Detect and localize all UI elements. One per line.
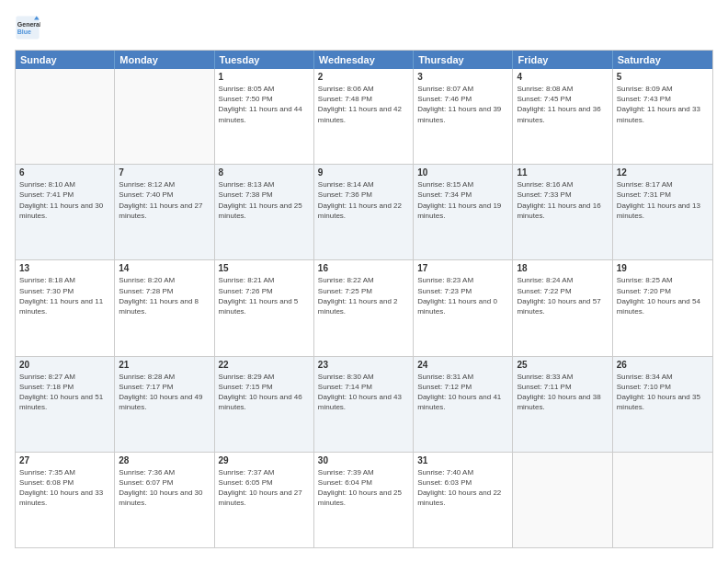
day-number: 19	[617, 263, 709, 273]
day-number: 24	[417, 360, 508, 370]
calendar-cell: 1Sunrise: 8:05 AM Sunset: 7:50 PM Daylig…	[215, 69, 314, 164]
cell-info: Sunrise: 8:28 AM Sunset: 7:17 PM Dayligh…	[119, 372, 210, 413]
day-number: 30	[318, 455, 409, 465]
cell-info: Sunrise: 8:18 AM Sunset: 7:30 PM Dayligh…	[19, 275, 110, 316]
calendar-cell	[16, 69, 115, 164]
calendar-cell: 28Sunrise: 7:36 AM Sunset: 6:07 PM Dayli…	[115, 453, 214, 547]
calendar-cell: 25Sunrise: 8:33 AM Sunset: 7:11 PM Dayli…	[513, 357, 612, 452]
cell-info: Sunrise: 8:21 AM Sunset: 7:26 PM Dayligh…	[219, 275, 310, 316]
day-number: 8	[219, 167, 310, 178]
calendar-cell: 23Sunrise: 8:30 AM Sunset: 7:14 PM Dayli…	[314, 357, 414, 452]
calendar-cell: 21Sunrise: 8:28 AM Sunset: 7:17 PM Dayli…	[115, 357, 214, 452]
calendar-header-cell: Friday	[513, 51, 612, 69]
day-number: 5	[617, 72, 709, 82]
calendar-cell: 5Sunrise: 8:09 AM Sunset: 7:43 PM Daylig…	[613, 69, 712, 164]
cell-info: Sunrise: 8:27 AM Sunset: 7:18 PM Dayligh…	[19, 372, 110, 413]
cell-info: Sunrise: 8:23 AM Sunset: 7:23 PM Dayligh…	[417, 275, 508, 316]
calendar-cell: 19Sunrise: 8:25 AM Sunset: 7:20 PM Dayli…	[613, 260, 712, 355]
calendar-body: 1Sunrise: 8:05 AM Sunset: 7:50 PM Daylig…	[16, 69, 712, 547]
calendar-cell: 18Sunrise: 8:24 AM Sunset: 7:22 PM Dayli…	[513, 260, 612, 355]
cell-info: Sunrise: 8:31 AM Sunset: 7:12 PM Dayligh…	[417, 372, 508, 413]
calendar-cell: 22Sunrise: 8:29 AM Sunset: 7:15 PM Dayli…	[215, 357, 314, 452]
cell-info: Sunrise: 7:40 AM Sunset: 6:03 PM Dayligh…	[417, 467, 508, 509]
cell-info: Sunrise: 8:08 AM Sunset: 7:45 PM Dayligh…	[517, 84, 608, 125]
day-number: 16	[318, 263, 409, 273]
calendar-cell: 13Sunrise: 8:18 AM Sunset: 7:30 PM Dayli…	[16, 260, 115, 355]
calendar-row: 27Sunrise: 7:35 AM Sunset: 6:08 PM Dayli…	[16, 452, 712, 547]
cell-info: Sunrise: 8:09 AM Sunset: 7:43 PM Dayligh…	[617, 84, 709, 125]
cell-info: Sunrise: 8:24 AM Sunset: 7:22 PM Dayligh…	[517, 275, 608, 316]
day-number: 27	[19, 455, 110, 465]
calendar-cell: 24Sunrise: 8:31 AM Sunset: 7:12 PM Dayli…	[414, 357, 513, 452]
day-number: 3	[417, 72, 508, 82]
calendar-header-cell: Saturday	[613, 51, 712, 69]
day-number: 2	[318, 72, 409, 82]
calendar-row: 20Sunrise: 8:27 AM Sunset: 7:18 PM Dayli…	[16, 356, 712, 452]
cell-info: Sunrise: 8:06 AM Sunset: 7:48 PM Dayligh…	[318, 84, 409, 125]
calendar-header-cell: Thursday	[414, 51, 513, 69]
day-number: 4	[517, 72, 608, 82]
calendar-cell: 31Sunrise: 7:40 AM Sunset: 6:03 PM Dayli…	[414, 453, 513, 547]
calendar-cell: 6Sunrise: 8:10 AM Sunset: 7:41 PM Daylig…	[16, 165, 115, 259]
calendar-cell: 30Sunrise: 7:39 AM Sunset: 6:04 PM Dayli…	[314, 453, 414, 547]
calendar-header-cell: Monday	[115, 51, 214, 69]
day-number: 17	[417, 263, 508, 273]
day-number: 11	[517, 167, 608, 178]
header: General Blue	[15, 15, 713, 40]
day-number: 21	[119, 360, 210, 370]
day-number: 12	[617, 167, 709, 178]
cell-info: Sunrise: 8:16 AM Sunset: 7:33 PM Dayligh…	[517, 179, 608, 221]
day-number: 1	[219, 72, 310, 82]
logo-icon: General Blue	[15, 15, 40, 40]
day-number: 14	[119, 263, 210, 273]
calendar: SundayMondayTuesdayWednesdayThursdayFrid…	[15, 50, 713, 548]
cell-info: Sunrise: 8:25 AM Sunset: 7:20 PM Dayligh…	[617, 275, 709, 316]
calendar-row: 13Sunrise: 8:18 AM Sunset: 7:30 PM Dayli…	[16, 259, 712, 355]
cell-info: Sunrise: 7:37 AM Sunset: 6:05 PM Dayligh…	[219, 467, 310, 509]
calendar-header-cell: Sunday	[16, 51, 115, 69]
calendar-header-cell: Tuesday	[215, 51, 314, 69]
cell-info: Sunrise: 8:22 AM Sunset: 7:25 PM Dayligh…	[318, 275, 409, 316]
svg-text:General: General	[17, 21, 40, 28]
calendar-cell: 11Sunrise: 8:16 AM Sunset: 7:33 PM Dayli…	[513, 165, 612, 259]
day-number: 23	[318, 360, 409, 370]
cell-info: Sunrise: 8:13 AM Sunset: 7:38 PM Dayligh…	[219, 179, 310, 221]
calendar-cell	[513, 453, 612, 547]
day-number: 9	[318, 167, 409, 178]
cell-info: Sunrise: 8:29 AM Sunset: 7:15 PM Dayligh…	[219, 372, 310, 413]
calendar-cell: 27Sunrise: 7:35 AM Sunset: 6:08 PM Dayli…	[16, 453, 115, 547]
calendar-cell: 9Sunrise: 8:14 AM Sunset: 7:36 PM Daylig…	[314, 165, 414, 259]
calendar-cell: 29Sunrise: 7:37 AM Sunset: 6:05 PM Dayli…	[215, 453, 314, 547]
calendar-cell: 26Sunrise: 8:34 AM Sunset: 7:10 PM Dayli…	[613, 357, 712, 452]
calendar-cell: 20Sunrise: 8:27 AM Sunset: 7:18 PM Dayli…	[16, 357, 115, 452]
calendar-row: 6Sunrise: 8:10 AM Sunset: 7:41 PM Daylig…	[16, 164, 712, 259]
cell-info: Sunrise: 8:12 AM Sunset: 7:40 PM Dayligh…	[119, 179, 210, 221]
calendar-cell	[613, 453, 712, 547]
day-number: 13	[19, 263, 110, 273]
calendar-cell: 16Sunrise: 8:22 AM Sunset: 7:25 PM Dayli…	[314, 260, 414, 355]
day-number: 25	[517, 360, 608, 370]
cell-info: Sunrise: 8:10 AM Sunset: 7:41 PM Dayligh…	[19, 179, 110, 221]
day-number: 15	[219, 263, 310, 273]
calendar-cell: 10Sunrise: 8:15 AM Sunset: 7:34 PM Dayli…	[414, 165, 513, 259]
day-number: 20	[19, 360, 110, 370]
cell-info: Sunrise: 8:20 AM Sunset: 7:28 PM Dayligh…	[119, 275, 210, 316]
day-number: 18	[517, 263, 608, 273]
day-number: 29	[219, 455, 310, 465]
cell-info: Sunrise: 7:35 AM Sunset: 6:08 PM Dayligh…	[19, 467, 110, 509]
cell-info: Sunrise: 7:39 AM Sunset: 6:04 PM Dayligh…	[318, 467, 409, 509]
calendar-header-cell: Wednesday	[314, 51, 414, 69]
calendar-cell: 8Sunrise: 8:13 AM Sunset: 7:38 PM Daylig…	[215, 165, 314, 259]
day-number: 31	[417, 455, 508, 465]
calendar-cell: 15Sunrise: 8:21 AM Sunset: 7:26 PM Dayli…	[215, 260, 314, 355]
day-number: 28	[119, 455, 210, 465]
calendar-row: 1Sunrise: 8:05 AM Sunset: 7:50 PM Daylig…	[16, 69, 712, 164]
calendar-cell: 17Sunrise: 8:23 AM Sunset: 7:23 PM Dayli…	[414, 260, 513, 355]
calendar-cell: 2Sunrise: 8:06 AM Sunset: 7:48 PM Daylig…	[314, 69, 414, 164]
cell-info: Sunrise: 8:34 AM Sunset: 7:10 PM Dayligh…	[617, 372, 709, 413]
calendar-cell	[115, 69, 214, 164]
cell-info: Sunrise: 8:17 AM Sunset: 7:31 PM Dayligh…	[617, 179, 709, 221]
logo: General Blue	[15, 15, 44, 40]
cell-info: Sunrise: 8:15 AM Sunset: 7:34 PM Dayligh…	[417, 179, 508, 221]
page: General Blue SundayMondayTuesdayWednesda…	[0, 0, 728, 563]
